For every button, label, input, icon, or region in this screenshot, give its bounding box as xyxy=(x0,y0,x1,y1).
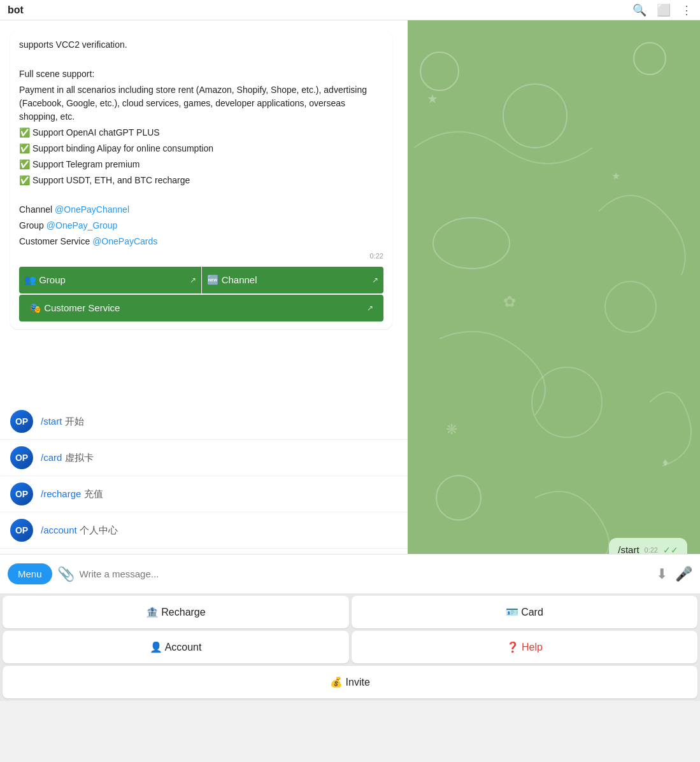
svg-text:★: ★ xyxy=(611,171,620,181)
svg-text:❋: ❋ xyxy=(446,421,457,437)
svg-point-2 xyxy=(634,43,666,74)
message-area: supports VCC2 verification. Full scene s… xyxy=(0,20,408,383)
header-title: bot xyxy=(8,4,24,16)
bot-icon-card: OP xyxy=(10,446,33,469)
desc-card: 虚拟卡 xyxy=(65,452,94,463)
chat-area: supports VCC2 verification. Full scene s… xyxy=(0,20,700,574)
menu-item-start[interactable]: OP /start 开始 xyxy=(0,404,408,440)
invite-button[interactable]: 💰 Invite xyxy=(3,666,697,698)
message-timestamp: 0:22 xyxy=(19,251,383,262)
menu-item-account[interactable]: OP /account 个人中心 xyxy=(0,512,408,549)
msg-line-2: Full scene support: xyxy=(19,67,383,81)
header: bot 🔍 ⬜ ⋮ xyxy=(0,0,700,20)
menu-text-recharge: /recharge 充值 xyxy=(41,488,103,500)
header-icons: 🔍 ⬜ ⋮ xyxy=(632,3,692,17)
desc-recharge: 充值 xyxy=(84,488,103,499)
attach-icon[interactable]: 📎 xyxy=(57,566,75,582)
cmd-recharge: /recharge xyxy=(41,488,81,499)
input-right-icons: ⬇ 🎤 xyxy=(656,566,692,582)
msg-line-3: Payment in all scenarios including store… xyxy=(19,83,383,123)
screen-icon[interactable]: ⬜ xyxy=(657,3,671,17)
group-button[interactable]: 👥 Group ↗ xyxy=(19,267,201,293)
svg-point-0 xyxy=(420,52,459,90)
svg-point-6 xyxy=(436,476,481,520)
menu-item-recharge[interactable]: OP /recharge 充值 xyxy=(0,476,408,512)
bot-icon-start: OP xyxy=(10,410,33,433)
cs-link[interactable]: @OnePayCards xyxy=(92,236,157,246)
keyboard-area: 🏦 Recharge 🪪 Card 👤 Account ❓ Help 💰 Inv… xyxy=(0,593,700,701)
desc-start: 开始 xyxy=(65,416,84,427)
bot-icon-recharge: OP xyxy=(10,483,33,505)
cs-button-label: 🎭 Customer Service xyxy=(29,302,120,314)
inline-btn-row-1: 👥 Group ↗ 🆕 Channel ↗ xyxy=(19,267,383,293)
channel-link[interactable]: @OnePayChannel xyxy=(55,204,129,215)
expand-icon[interactable]: ⬇ xyxy=(656,566,668,582)
msg-check-1: ✅ Support OpenAI chatGPT PLUS xyxy=(19,126,383,139)
chat-right-panel: ★ ★ ✿ ♦ ❋ /start 0:22 ✓✓ xyxy=(408,20,700,574)
kb-row-3: 💰 Invite xyxy=(0,663,700,701)
cmd-account: /account xyxy=(41,525,77,535)
svg-point-1 xyxy=(503,84,567,148)
message-input[interactable] xyxy=(80,568,651,579)
message-bubble: supports VCC2 verification. Full scene s… xyxy=(10,31,392,329)
search-icon[interactable]: 🔍 xyxy=(632,3,646,17)
menu-item-card[interactable]: OP /card 虚拟卡 xyxy=(0,440,408,476)
msg-line-1: supports VCC2 verification. xyxy=(19,38,383,52)
mic-icon[interactable]: 🎤 xyxy=(675,566,692,582)
outgoing-timestamp: 0:22 xyxy=(645,546,658,554)
menu-text-account: /account 个人中心 xyxy=(41,525,118,537)
account-button[interactable]: 👤 Account xyxy=(3,631,349,663)
more-icon[interactable]: ⋮ xyxy=(681,3,692,17)
channel-arrow-icon: ↗ xyxy=(372,276,378,285)
channel-button[interactable]: 🆕 Channel ↗ xyxy=(202,267,384,293)
svg-text:★: ★ xyxy=(427,92,438,106)
customer-service-button[interactable]: 🎭 Customer Service ↗ xyxy=(19,295,383,321)
cmd-card: /card xyxy=(41,452,62,463)
inline-buttons: 👥 Group ↗ 🆕 Channel ↗ 🎭 Customer Service… xyxy=(19,267,383,321)
msg-check-3: ✅ Support Telegram premium xyxy=(19,158,383,171)
bot-menu-area: OP /start 开始 OP /card 虚拟卡 OP /recharge 充… xyxy=(0,404,408,574)
svg-text:♦: ♦ xyxy=(662,456,668,469)
chat-left: supports VCC2 verification. Full scene s… xyxy=(0,20,408,574)
card-button[interactable]: 🪪 Card xyxy=(352,596,698,628)
msg-group: Group @OnePay_Group xyxy=(19,219,383,232)
desc-account: 个人中心 xyxy=(80,525,118,535)
msg-channel: Channel @OnePayChannel xyxy=(19,203,383,216)
doodle-background: ★ ★ ✿ ♦ ❋ xyxy=(408,20,700,574)
svg-point-4 xyxy=(605,281,656,332)
menu-button[interactable]: Menu xyxy=(8,563,52,584)
input-area: Menu 📎 ⬇ 🎤 xyxy=(0,554,700,593)
kb-row-2: 👤 Account ❓ Help xyxy=(0,628,700,663)
menu-text-start: /start 开始 xyxy=(41,416,84,428)
group-link[interactable]: @OnePay_Group xyxy=(46,220,118,230)
svg-point-5 xyxy=(532,367,602,437)
bot-icon-account: OP xyxy=(10,519,33,542)
svg-text:✿: ✿ xyxy=(503,293,516,310)
msg-check-4: ✅ Support USDT, ETH, and BTC recharge xyxy=(19,174,383,187)
menu-text-card: /card 虚拟卡 xyxy=(41,452,94,464)
group-button-label: 👥 Group xyxy=(24,274,66,286)
cmd-start: /start xyxy=(41,416,62,427)
help-button[interactable]: ❓ Help xyxy=(352,631,698,663)
svg-point-3 xyxy=(433,218,510,269)
cs-arrow-icon: ↗ xyxy=(367,304,373,313)
group-arrow-icon: ↗ xyxy=(190,276,196,285)
msg-cs: Customer Service @OnePayCards xyxy=(19,235,383,248)
msg-check-2: ✅ Support binding Alipay for online cons… xyxy=(19,142,383,155)
channel-button-label: 🆕 Channel xyxy=(207,274,257,286)
recharge-button[interactable]: 🏦 Recharge xyxy=(3,596,349,628)
kb-row-1: 🏦 Recharge 🪪 Card xyxy=(0,593,700,628)
